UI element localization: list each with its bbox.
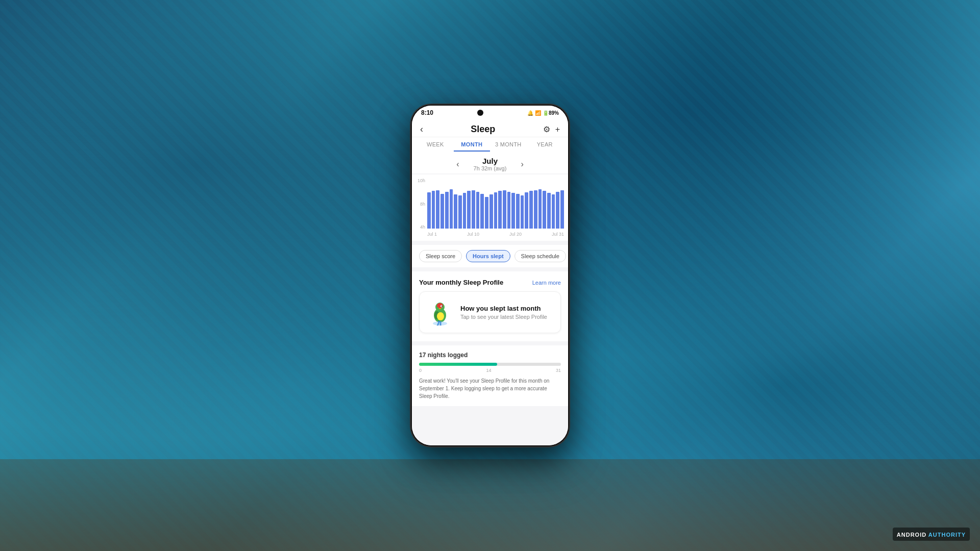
bar-19 <box>507 192 511 229</box>
month-navigator: ‹ July 7h 32m (avg) › <box>412 152 568 173</box>
bar-29 <box>552 194 555 229</box>
nights-description: Great work! You'll see your Sleep Profil… <box>419 377 561 400</box>
phone-screen: 8:10 🔔 📶 🔋89% ‹ Sleep ⚙ + <box>412 106 568 445</box>
y-axis-labels: 10h 8h 4h <box>414 179 427 230</box>
bar-16 <box>494 192 498 229</box>
x-label-jul10: Jul 10 <box>467 232 479 237</box>
bar-12 <box>476 192 480 229</box>
bar-21 <box>516 194 520 229</box>
status-bar: 8:10 🔔 📶 🔋89% <box>412 106 568 120</box>
bar-22 <box>521 195 524 229</box>
bar-18 <box>503 190 506 229</box>
progress-fill <box>419 363 497 366</box>
nights-logged-section: 17 nights logged 0 14 31 Great work! You… <box>412 345 568 406</box>
bar-17 <box>498 191 502 229</box>
bar-28 <box>547 193 551 229</box>
bar-11 <box>472 190 475 229</box>
month-avg: 7h 32m (avg) <box>474 165 507 171</box>
progress-bar <box>419 363 561 366</box>
table-surface <box>0 459 980 551</box>
bar-31 <box>560 190 564 229</box>
back-button[interactable]: ‹ <box>420 124 423 135</box>
parrot-icon <box>427 299 453 325</box>
prev-month-button[interactable]: ‹ <box>452 158 463 171</box>
month-name: July <box>474 157 507 165</box>
y-label-8h: 8h <box>420 202 425 207</box>
x-label-jul31: Jul 31 <box>552 232 564 237</box>
x-label-jul20: Jul 20 <box>509 232 522 237</box>
bar-15 <box>489 194 493 229</box>
status-icons: 🔔 📶 🔋89% <box>527 110 559 116</box>
next-month-button[interactable]: › <box>517 158 527 171</box>
tab-3month[interactable]: 3 MONTH <box>490 137 527 152</box>
bar-24 <box>529 191 533 229</box>
y-label-10h: 10h <box>418 179 425 183</box>
month-info: July 7h 32m (avg) <box>474 157 507 171</box>
tab-week[interactable]: WEEK <box>417 137 454 152</box>
pill-hours-slept[interactable]: Hours slept <box>466 250 510 262</box>
bar-13 <box>480 194 484 229</box>
phone-device: 8:10 🔔 📶 🔋89% ‹ Sleep ⚙ + <box>411 105 569 446</box>
progress-ticks: 0 14 31 <box>419 368 561 373</box>
tick-start: 0 <box>419 368 422 373</box>
bar-7 <box>454 194 457 229</box>
bar-5 <box>445 192 449 229</box>
section-title: Your monthly Sleep Profile <box>419 279 503 286</box>
bar-25 <box>534 190 537 229</box>
sleep-profile-card-subtitle: Tap to see your latest Sleep Profile <box>460 314 547 320</box>
sleep-chart: 10h 8h 4h Jul 1 Jul 10 Jul 20 Jul 31 <box>412 174 568 241</box>
settings-icon[interactable]: ⚙ <box>543 124 550 134</box>
svg-point-6 <box>437 312 444 320</box>
bar-26 <box>538 189 542 229</box>
sleep-profile-section: Your monthly Sleep Profile Learn more <box>412 271 568 341</box>
watermark: ANDROID AUTHORITY <box>893 528 970 541</box>
svg-point-4 <box>442 306 443 307</box>
app-header: ‹ Sleep ⚙ + <box>412 120 568 137</box>
watermark-text: ANDROID AUTHORITY <box>897 532 966 538</box>
bar-8 <box>458 195 462 229</box>
tab-year[interactable]: YEAR <box>527 137 564 152</box>
bar-6 <box>450 189 453 229</box>
scroll-content[interactable]: ‹ July 7h 32m (avg) › 10h 8h 4h <box>412 152 568 445</box>
svg-point-7 <box>433 321 447 325</box>
bar-2 <box>432 191 435 229</box>
chart-bars <box>427 179 564 230</box>
filter-pills: Sleep score Hours slept Sleep schedule <box>412 245 568 267</box>
x-axis-labels: Jul 1 Jul 10 Jul 20 Jul 31 <box>414 230 564 237</box>
bar-4 <box>440 194 444 229</box>
add-icon[interactable]: + <box>555 125 560 134</box>
signal-icon: 📶 <box>535 110 541 116</box>
bar-27 <box>543 191 546 229</box>
section-header: Your monthly Sleep Profile Learn more <box>419 279 561 286</box>
bar-1 <box>427 192 431 229</box>
sleep-profile-text: How you slept last month Tap to see your… <box>460 305 547 320</box>
notification-icon: 🔔 <box>527 110 533 116</box>
tab-bar: WEEK MONTH 3 MONTH YEAR <box>412 137 568 152</box>
learn-more-button[interactable]: Learn more <box>532 280 561 286</box>
tick-mid: 14 <box>486 368 491 373</box>
y-label-4h: 4h <box>420 225 425 230</box>
sleep-profile-card[interactable]: How you slept last month Tap to see your… <box>419 291 561 333</box>
nights-logged-label: 17 nights logged <box>419 352 561 359</box>
bar-14 <box>485 197 488 229</box>
bar-10 <box>467 191 471 229</box>
bar-30 <box>556 192 559 229</box>
battery-icon: 🔋89% <box>543 110 559 116</box>
sleep-profile-card-title: How you slept last month <box>460 305 547 312</box>
tab-month[interactable]: MONTH <box>454 137 491 152</box>
page-title: Sleep <box>471 124 495 135</box>
pill-sleep-score[interactable]: Sleep score <box>419 250 462 262</box>
x-label-jul1: Jul 1 <box>427 232 437 237</box>
phone-frame: 8:10 🔔 📶 🔋89% ‹ Sleep ⚙ + <box>411 105 569 446</box>
pill-sleep-schedule[interactable]: Sleep schedule <box>514 250 566 262</box>
bar-20 <box>511 193 515 229</box>
camera-notch <box>477 110 483 116</box>
tick-end: 31 <box>556 368 561 373</box>
bar-23 <box>525 192 528 229</box>
header-actions: ⚙ + <box>543 124 560 134</box>
bar-3 <box>436 190 439 229</box>
chart-container: 10h 8h 4h <box>414 179 564 230</box>
status-time: 8:10 <box>421 109 433 116</box>
bar-9 <box>463 193 467 229</box>
